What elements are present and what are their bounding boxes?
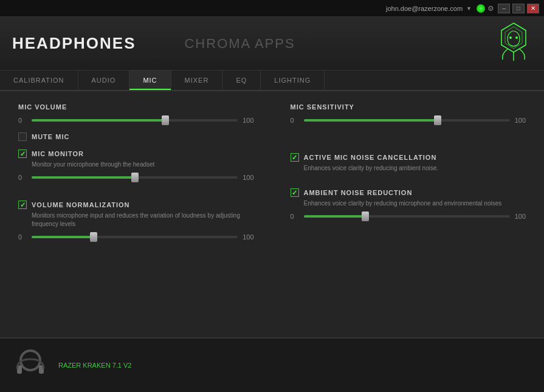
ambient-noise-fill [304,215,366,218]
ambient-noise-title: AMBIENT NOISE REDUCTION [304,189,413,196]
left-column: MIC VOLUME 0 100 MUTE MIC ✓ MIC MONITOR … [18,103,254,325]
device-name: Razer Kraken 7.1 V2 [58,362,131,369]
status-dot [477,4,485,13]
mute-mic-row: MUTE MIC [18,132,254,141]
mic-volume-thumb[interactable] [162,115,169,125]
mic-volume-max: 100 [243,117,253,124]
ambient-noise-header: ✓ AMBIENT NOISE REDUCTION [291,188,526,197]
vol-norm-fill [32,236,94,238]
razer-logo [495,22,532,68]
titlebar: john.doe@razerzone.com ▼ ⚙ – □ ✕ [0,0,544,17]
mute-mic-label: MUTE MIC [32,133,69,140]
gear-icon[interactable]: ⚙ [487,4,494,13]
volume-normalization-slider-row: 0 100 [18,233,254,241]
mic-monitor-track[interactable] [32,176,238,179]
tab-mic[interactable]: MIC [129,70,171,90]
ambient-noise-slider-row: 0 100 [291,213,526,220]
mic-sensitivity-max: 100 [515,117,526,124]
mic-monitor-slider-row: 0 100 [18,174,254,181]
ambient-noise-reduction-block: ✓ AMBIENT NOISE REDUCTION Enhances voice… [291,188,526,229]
volume-normalization-checkbox[interactable]: ✓ [18,201,27,209]
mic-sensitivity-slider-row: 0 100 [291,117,526,124]
ambient-noise-checkbox[interactable]: ✓ [291,188,299,197]
close-button[interactable]: ✕ [527,4,539,13]
mic-monitor-title: MIC MONITOR [32,150,84,157]
headphone-icon [12,347,49,383]
mic-sensitivity-label: MIC SENSITIVITY [291,103,526,111]
tab-audio[interactable]: AUDIO [78,70,130,90]
app-header: HEADPHONES CHROMA APPS [0,17,544,70]
volume-normalization-header: ✓ VOLUME NORMALIZATION [18,201,254,209]
mute-mic-checkbox[interactable] [18,132,27,141]
volume-normalization-title: VOLUME NORMALIZATION [32,201,130,208]
vol-norm-thumb[interactable] [90,232,97,242]
active-noise-desc: Enhances voice clarity by reducing ambie… [304,164,526,173]
mic-volume-label: MIC VOLUME [18,103,254,111]
mic-sensitivity-thumb[interactable] [434,115,441,125]
main-content: MIC VOLUME 0 100 MUTE MIC ✓ MIC MONITOR … [0,91,544,337]
tab-lighting[interactable]: LIGHTING [261,70,325,90]
svg-point-1 [515,36,518,39]
mic-monitor-header: ✓ MIC MONITOR [18,150,254,158]
right-column: MIC SENSITIVITY 0 100 ✓ ACTIVE MIC NOISE… [291,103,526,325]
mic-sensitivity-fill [304,119,438,122]
volume-normalization-track[interactable] [32,236,238,238]
mic-monitor-block: ✓ MIC MONITOR Monitor your microphone th… [18,150,254,190]
vol-norm-max: 100 [243,233,253,241]
mic-sensitivity-min: 0 [291,117,299,124]
vol-norm-min: 0 [18,233,27,241]
tab-calibration[interactable]: CALIBRATION [0,70,78,90]
maximize-button[interactable]: □ [512,4,525,13]
volume-normalization-desc: Monitors microphone input and reduces th… [32,211,254,229]
dropdown-icon[interactable]: ▼ [466,5,472,12]
tab-eq[interactable]: EQ [222,70,261,90]
ambient-noise-thumb[interactable] [362,211,369,221]
ambient-noise-desc: Enhances voice clarity by reducing micro… [304,199,526,208]
active-noise-title: ACTIVE MIC NOISE CANCELLATION [304,154,437,161]
footer: Razer Kraken 7.1 V2 [0,337,544,392]
volume-normalization-block: ✓ VOLUME NORMALIZATION Monitors micropho… [18,201,254,249]
chroma-apps-label: CHROMA APPS [184,36,295,52]
mic-sensitivity-track[interactable] [304,119,510,122]
mic-monitor-max: 100 [243,174,253,181]
mic-monitor-checkbox[interactable]: ✓ [18,150,27,158]
svg-point-0 [509,36,512,39]
mic-volume-slider-row: 0 100 [18,117,254,124]
ambient-noise-min: 0 [291,213,299,220]
nav-tabs: CALIBRATION AUDIO MIC MIXER EQ LIGHTING [0,70,544,91]
mic-monitor-thumb[interactable] [131,173,139,182]
mic-volume-fill [32,119,165,122]
minimize-button[interactable]: – [498,4,510,13]
ambient-noise-max: 100 [515,213,526,220]
mic-monitor-fill [32,176,135,179]
mic-volume-track[interactable] [32,119,238,122]
app-title: HEADPHONES [12,34,136,53]
active-noise-cancellation-block: ✓ ACTIVE MIC NOISE CANCELLATION Enhances… [291,153,526,177]
tab-mixer[interactable]: MIXER [171,70,223,90]
mic-monitor-desc: Monitor your microphone through the head… [32,160,254,169]
spacer-right [291,132,526,153]
mic-volume-min: 0 [18,117,27,124]
active-noise-checkbox[interactable]: ✓ [291,153,299,162]
ambient-noise-track[interactable] [304,215,510,218]
mic-monitor-min: 0 [18,174,27,181]
user-email: john.doe@razerzone.com [386,5,463,12]
active-noise-header: ✓ ACTIVE MIC NOISE CANCELLATION [291,153,526,162]
window-controls: – □ ✕ [498,4,539,13]
